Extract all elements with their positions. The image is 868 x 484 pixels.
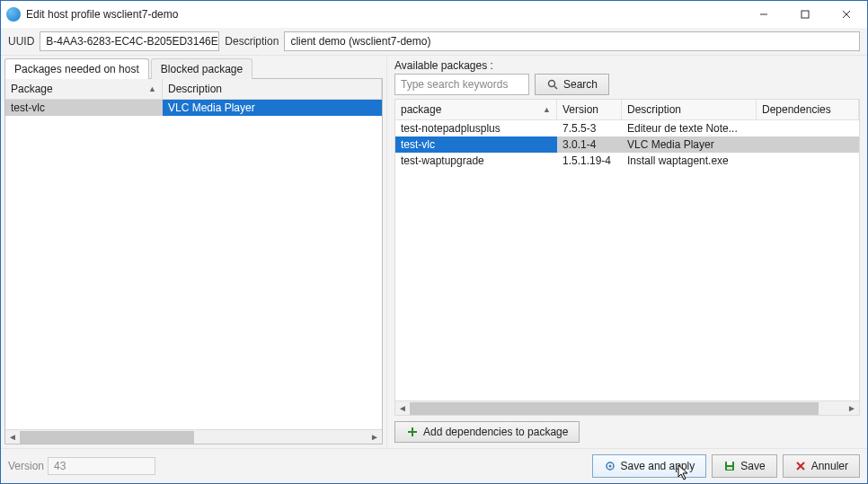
table-row[interactable]: test-notepadplusplus 7.5.5-3 Editeur de … xyxy=(395,120,859,136)
header-description[interactable]: Description xyxy=(622,100,757,119)
left-header-description[interactable]: Description xyxy=(163,79,382,99)
cell-description: VLC Media Player xyxy=(622,136,757,153)
left-header-package[interactable]: Package ▲ xyxy=(5,79,163,99)
svg-rect-12 xyxy=(727,467,732,470)
app-icon xyxy=(6,7,21,22)
table-row[interactable]: test-vlc 3.0.1-4 VLC Media Player xyxy=(395,136,859,153)
disk-icon xyxy=(723,460,736,472)
header-package[interactable]: package ▲ xyxy=(395,100,557,119)
search-icon xyxy=(546,78,559,91)
left-tabs: Packages needed on host Blocked package xyxy=(1,56,386,78)
svg-point-9 xyxy=(608,465,611,468)
version-value: 43 xyxy=(54,460,66,472)
scroll-left-icon[interactable]: ◄ xyxy=(395,403,410,413)
add-deps-row: Add dependencies to package xyxy=(387,416,867,448)
description-label: Description xyxy=(225,35,279,48)
cell-dependencies xyxy=(757,120,859,136)
left-h-scrollbar[interactable]: ◄ ► xyxy=(5,429,382,444)
cell-version: 7.5.5-3 xyxy=(557,120,622,136)
header-package-label: package xyxy=(401,103,441,116)
available-table-header: package ▲ Version Description Dependenci… xyxy=(395,100,859,120)
search-input[interactable]: Type search keywords xyxy=(394,74,529,95)
svg-point-4 xyxy=(549,81,555,87)
scroll-left-icon[interactable]: ◄ xyxy=(5,432,20,442)
add-dependencies-label: Add dependencies to package xyxy=(423,426,568,438)
search-button-label: Search xyxy=(563,78,598,91)
window-title: Edit host profile wsclient7-demo xyxy=(26,8,743,21)
scroll-thumb[interactable] xyxy=(20,431,194,444)
scroll-right-icon[interactable]: ► xyxy=(845,403,859,413)
left-table-header: Package ▲ Description xyxy=(5,79,382,100)
svg-line-5 xyxy=(554,86,557,89)
cell-version: 1.5.1.19-4 xyxy=(557,153,622,169)
left-pane: Packages needed on host Blocked package … xyxy=(1,56,387,448)
search-row: Type search keywords Search xyxy=(387,74,867,99)
minimize-button[interactable] xyxy=(743,1,784,28)
maximize-button[interactable] xyxy=(784,1,826,28)
right-h-scrollbar[interactable]: ◄ ► xyxy=(395,400,859,415)
left-cell-description: VLC Media Player xyxy=(163,100,382,116)
tab-blocked-package[interactable]: Blocked package xyxy=(151,58,252,79)
window-controls xyxy=(743,1,867,28)
cell-dependencies xyxy=(757,136,859,153)
gear-icon xyxy=(604,460,616,472)
save-button[interactable]: Save xyxy=(712,454,776,478)
save-and-apply-label: Save and apply xyxy=(621,460,695,472)
left-cell-package: test-vlc xyxy=(5,100,163,116)
info-row: UUID B-4AA3-6283-EC4C-B205ED3146E9 Descr… xyxy=(1,28,867,56)
available-table: package ▲ Version Description Dependenci… xyxy=(394,99,860,416)
scroll-track[interactable] xyxy=(410,402,845,415)
cell-version: 3.0.1-4 xyxy=(557,136,622,153)
cancel-label: Annuler xyxy=(811,460,848,472)
table-row[interactable]: test-waptupgrade 1.5.1.19-4 Install wapt… xyxy=(395,153,859,169)
main-split: Packages needed on host Blocked package … xyxy=(1,56,867,448)
uuid-value: B-4AA3-6283-EC4C-B205ED3146E9 xyxy=(46,35,219,48)
cell-description: Editeur de texte Note... xyxy=(622,120,757,136)
right-pane: Available packages : Type search keyword… xyxy=(387,56,867,448)
header-version[interactable]: Version xyxy=(557,100,622,119)
cell-package: test-vlc xyxy=(395,136,557,153)
description-value: client demo (wsclient7-demo) xyxy=(290,35,430,48)
add-dependencies-button[interactable]: Add dependencies to package xyxy=(394,421,580,443)
header-dependencies[interactable]: Dependencies xyxy=(757,100,859,119)
cell-package: test-waptupgrade xyxy=(395,153,557,169)
scroll-right-icon[interactable]: ► xyxy=(368,432,382,442)
version-field: 43 xyxy=(48,457,155,475)
left-row[interactable]: test-vlc VLC Media Player xyxy=(5,100,382,116)
cell-dependencies xyxy=(757,153,859,169)
version-label: Version xyxy=(8,460,44,472)
cancel-button[interactable]: Annuler xyxy=(783,454,860,478)
titlebar: Edit host profile wsclient7-demo xyxy=(1,1,867,28)
window: Edit host profile wsclient7-demo UUID B-… xyxy=(0,0,868,484)
save-and-apply-button[interactable]: Save and apply xyxy=(592,454,707,478)
scroll-track[interactable] xyxy=(20,431,368,444)
cell-package: test-notepadplusplus xyxy=(395,120,557,136)
plus-icon xyxy=(406,426,419,438)
tab-packages-needed[interactable]: Packages needed on host xyxy=(4,58,149,79)
left-table: Package ▲ Description test-vlc VLC Media… xyxy=(4,78,383,444)
search-button[interactable]: Search xyxy=(535,74,609,95)
close-button[interactable] xyxy=(826,1,867,28)
left-table-body[interactable]: test-vlc VLC Media Player xyxy=(5,100,382,429)
save-label: Save xyxy=(740,460,765,472)
sort-asc-icon: ▲ xyxy=(543,105,551,114)
uuid-field[interactable]: B-4AA3-6283-EC4C-B205ED3146E9 xyxy=(40,31,219,51)
sort-asc-icon: ▲ xyxy=(148,84,156,93)
svg-rect-11 xyxy=(727,462,732,465)
description-field[interactable]: client demo (wsclient7-demo) xyxy=(284,31,860,51)
cross-icon xyxy=(794,460,807,472)
left-header-package-label: Package xyxy=(11,83,53,95)
available-packages-label: Available packages : xyxy=(387,56,867,74)
uuid-label: UUID xyxy=(8,35,34,48)
svg-rect-1 xyxy=(802,11,809,18)
search-placeholder: Type search keywords xyxy=(401,78,508,91)
available-table-body[interactable]: test-notepadplusplus 7.5.5-3 Editeur de … xyxy=(395,120,859,400)
footer: Version 43 Save and apply Save Annuler xyxy=(1,448,867,483)
cell-description: Install waptagent.exe xyxy=(622,153,757,169)
scroll-thumb[interactable] xyxy=(410,402,819,415)
